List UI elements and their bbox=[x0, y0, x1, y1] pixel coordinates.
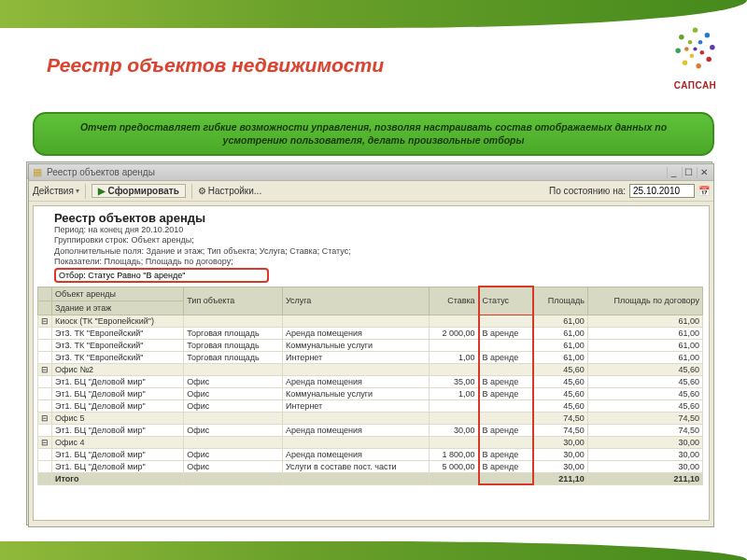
totals-label: Итого bbox=[52, 472, 184, 484]
group-row[interactable]: ⊟Офис 430,0030,00 bbox=[38, 436, 703, 448]
report-table: Объект аренды Тип объекта Услуга Ставка … bbox=[37, 286, 703, 485]
app-window: ▦ Реестр объектов аренды _ ☐ ✕ Действия▾… bbox=[28, 163, 714, 527]
report-filter: Отбор: Статус Равно "В аренде" bbox=[54, 268, 269, 283]
totals-row: Итого 211,10 211,10 bbox=[38, 472, 703, 484]
maximize-button[interactable]: ☐ bbox=[682, 167, 695, 178]
decorative-bottom-arc bbox=[0, 541, 747, 560]
col-tree bbox=[38, 287, 52, 301]
table-row[interactable]: Эт3. ТК "Европейский"Торговая площадьАре… bbox=[38, 327, 703, 339]
window-title: Реестр объектов аренды bbox=[47, 167, 662, 177]
table-row[interactable]: Эт1. БЦ "Деловой мир"ОфисАренда помещени… bbox=[38, 448, 703, 460]
group-row[interactable]: ⊟Офис №245,6045,60 bbox=[38, 363, 703, 375]
report-grouping: Группировки строк: Объект аренды; bbox=[54, 235, 703, 245]
minimize-button[interactable]: _ bbox=[667, 167, 680, 178]
col-object: Объект аренды bbox=[52, 287, 184, 301]
table-row[interactable]: Эт1. БЦ "Деловой мир"ОфисКоммунальные ус… bbox=[38, 387, 703, 399]
brand-name: САПСАН bbox=[669, 80, 721, 91]
report-title: Реестр объектов аренды bbox=[54, 211, 703, 225]
totals-area: 211,10 bbox=[533, 472, 587, 484]
separator bbox=[85, 184, 86, 199]
report-period: Период: на конец дня 20.10.2010 bbox=[54, 225, 703, 235]
logo-icon bbox=[669, 23, 721, 75]
svg-point-9 bbox=[698, 40, 703, 45]
table-row[interactable]: Эт3. ТК "Европейский"Торговая площадьКом… bbox=[38, 339, 703, 351]
col-area-contract: Площадь по договору bbox=[587, 287, 702, 315]
col-type: Тип объекта bbox=[184, 287, 283, 315]
table-row[interactable]: Эт1. БЦ "Деловой мир"ОфисАренда помещени… bbox=[38, 375, 703, 387]
actions-menu[interactable]: Действия▾ bbox=[33, 186, 79, 196]
report-header: Реестр объектов аренды Период: на конец … bbox=[34, 206, 709, 286]
svg-point-13 bbox=[693, 47, 697, 50]
svg-point-5 bbox=[683, 60, 688, 65]
svg-point-7 bbox=[679, 35, 684, 39]
table-row[interactable]: Эт1. БЦ "Деловой мир"ОфисАренда помещени… bbox=[38, 424, 703, 436]
svg-point-3 bbox=[706, 57, 712, 63]
svg-point-4 bbox=[696, 63, 701, 69]
titlebar: ▦ Реестр объектов аренды _ ☐ ✕ bbox=[29, 164, 713, 181]
svg-point-2 bbox=[710, 45, 715, 50]
report-area: Реестр объектов аренды Период: на конец … bbox=[33, 205, 710, 521]
svg-point-1 bbox=[705, 33, 711, 38]
form-button[interactable]: ▶ Сформировать bbox=[92, 184, 186, 198]
separator bbox=[191, 184, 192, 199]
decorative-top-arc bbox=[0, 0, 747, 28]
svg-point-12 bbox=[684, 47, 689, 51]
group-row[interactable]: ⊟Киоск (ТК "Европейский")61,0061,00 bbox=[38, 315, 703, 327]
table-row[interactable]: Эт1. БЦ "Деловой мир"ОфисУслуги в состав… bbox=[38, 460, 703, 472]
svg-point-0 bbox=[693, 28, 698, 33]
date-label: По состоянию на: bbox=[549, 186, 626, 196]
app-icon: ▦ bbox=[33, 166, 42, 178]
date-input[interactable] bbox=[629, 184, 695, 198]
table-row[interactable]: Эт3. ТК "Европейский"Торговая площадьИнт… bbox=[38, 351, 703, 363]
close-button[interactable]: ✕ bbox=[697, 167, 710, 178]
col-status: Статус bbox=[479, 287, 533, 315]
svg-point-6 bbox=[675, 49, 681, 53]
svg-point-8 bbox=[688, 40, 693, 45]
brand-logo: САПСАН bbox=[669, 23, 721, 91]
description-box: Отчет предоставляет гибкие возможности у… bbox=[33, 112, 714, 156]
gear-icon: ⚙ bbox=[198, 186, 206, 196]
report-additional: Дополнительные поля: Здание и этаж; Тип … bbox=[54, 246, 703, 257]
page-title: Реестр объектов недвижимости bbox=[47, 54, 384, 77]
col-area: Площадь bbox=[533, 287, 587, 315]
toolbar: Действия▾ ▶ Сформировать ⚙Настройки... П… bbox=[29, 181, 713, 202]
report-indicators: Показатели: Площадь; Площадь по договору… bbox=[54, 257, 703, 267]
calendar-icon[interactable]: 📅 bbox=[698, 186, 710, 196]
col-service: Услуга bbox=[282, 287, 429, 315]
col-rate: Ставка bbox=[429, 287, 478, 315]
svg-point-11 bbox=[690, 54, 695, 59]
settings-button[interactable]: ⚙Настройки... bbox=[198, 186, 261, 196]
svg-point-10 bbox=[700, 50, 705, 55]
totals-area-c: 211,10 bbox=[587, 472, 702, 484]
table-row[interactable]: Эт1. БЦ "Деловой мир"ОфисИнтернет45,6045… bbox=[38, 399, 703, 412]
col-building: Здание и этаж bbox=[52, 301, 184, 315]
group-row[interactable]: ⊟Офис 574,5074,50 bbox=[38, 412, 703, 424]
